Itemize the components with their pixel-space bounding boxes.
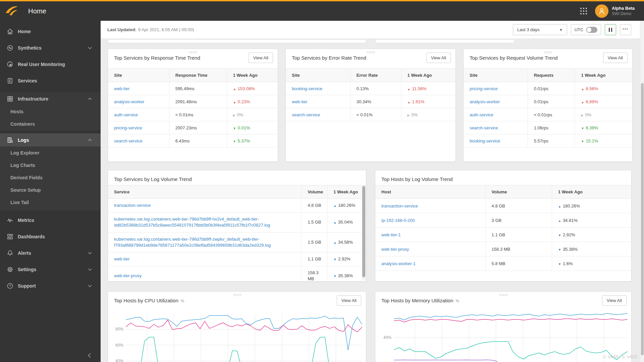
view-all-button[interactable]: View All	[426, 53, 451, 63]
sidebar-item-synthetics[interactable]: Synthetics	[0, 40, 101, 56]
service-link[interactable]: web-tier	[114, 86, 129, 91]
trend-cell: ▼2.92%	[327, 252, 366, 266]
service-link[interactable]: web-tier-proxy	[114, 273, 142, 278]
trend-cell: ▶0%	[575, 108, 632, 121]
chevron-up-icon	[88, 139, 92, 141]
service-link[interactable]: analysis-worker	[114, 99, 144, 104]
column-header: Response Time	[169, 69, 227, 82]
sidebar-item-logs[interactable]: Logs	[0, 133, 101, 146]
service-link[interactable]: web-tier-1	[381, 232, 401, 237]
up-arrow-icon: ▲	[233, 101, 236, 104]
sidebar-item-home[interactable]: Home	[0, 23, 101, 40]
data-table: ServiceVolume1 Week Agotransaction-servi…	[108, 185, 366, 282]
service-link[interactable]: kubernetes.var.log.containers.web-tier-7…	[114, 217, 270, 228]
service-link[interactable]: pricing-service	[470, 86, 498, 91]
support-icon: ?	[7, 282, 15, 290]
app-launcher-icon[interactable]	[580, 8, 587, 14]
drag-handle-icon[interactable]	[367, 51, 375, 53]
sidebar-item-real-user-monitoring[interactable]: Real User Monitoring	[0, 56, 101, 72]
view-all-button[interactable]: View All	[249, 53, 273, 63]
service-link[interactable]: web-tier	[292, 99, 307, 104]
metric-value: 0.01rps	[528, 95, 575, 108]
service-link[interactable]: web-tier-proxy	[381, 247, 409, 252]
name-cell: analysis-worker	[464, 95, 528, 108]
service-link[interactable]: search-service	[292, 112, 320, 117]
name-cell: auth-service	[464, 108, 528, 121]
metric-value: 1.06rps	[528, 121, 575, 134]
sidebar-item-infrastructure[interactable]: Infrastructure	[0, 92, 101, 105]
avatar[interactable]	[595, 4, 608, 18]
name-cell: transaction-service	[375, 199, 485, 213]
logs-icon	[7, 136, 15, 144]
service-link[interactable]: booking-service	[292, 86, 322, 91]
sidebar-item-support[interactable]: ? Support	[0, 278, 101, 294]
service-link[interactable]: auth-service	[470, 112, 493, 117]
service-link[interactable]: booking-service	[470, 138, 500, 143]
drag-handle-icon[interactable]	[499, 294, 507, 296]
flat-arrow-icon: ▶	[581, 114, 583, 117]
table-row: web-tier30.34%▲1.91%	[286, 95, 455, 108]
sidebar-item-log-explorer[interactable]: Log Explorer	[0, 146, 101, 159]
solarwinds-logo-icon[interactable]	[5, 5, 18, 17]
rum-icon	[7, 61, 15, 68]
sidebar-item-label: Real User Monitoring	[18, 62, 65, 67]
scrollbar-thumb[interactable]	[641, 83, 644, 355]
sidebar-item-log-charts[interactable]: Log Charts	[0, 159, 101, 171]
up-arrow-icon: ▲	[581, 101, 584, 104]
service-link[interactable]: kubernetes.var.log.containers.web-tier-7…	[114, 237, 271, 248]
trend-cell: ▲11.58%	[401, 82, 455, 95]
time-range-select[interactable]: Last 3 days ▼	[513, 24, 567, 35]
drag-handle-icon[interactable]	[189, 51, 197, 53]
service-link[interactable]: transaction-service	[114, 203, 151, 208]
service-link[interactable]: analysis-worker	[470, 99, 500, 104]
sidebar-item-alerts[interactable]: Alerts	[0, 245, 101, 261]
trend-percent: 5.37%	[238, 138, 250, 143]
trend-cell: ▼0.01%	[227, 121, 278, 134]
service-link[interactable]: search-service	[470, 125, 498, 130]
table-header-row: ServiceVolume1 Week Ago	[108, 185, 366, 199]
service-link[interactable]: pricing-service	[114, 125, 142, 130]
data-table: SiteResponse Time1 Week Agoweb-tier595.4…	[108, 68, 278, 147]
trend-cell: ▲6.89%	[575, 95, 632, 108]
metric-value: 5.8 MB	[485, 256, 552, 271]
drag-handle-icon[interactable]	[233, 294, 241, 296]
sidebar-collapse-button[interactable]	[86, 351, 93, 359]
view-all-button[interactable]: View All	[602, 295, 627, 306]
trend-cell: ▲8.56%	[575, 82, 632, 95]
view-all-button[interactable]: View All	[337, 295, 361, 306]
cards-row-log-volume: Top Services by Log Volume Trend Service…	[108, 170, 632, 282]
pause-button[interactable]	[605, 24, 616, 35]
more-options-button[interactable]: •••	[620, 24, 631, 35]
up-arrow-icon: ▲	[408, 101, 411, 104]
trend-percent: 0%	[237, 112, 244, 117]
sidebar-item-live-tail[interactable]: Live Tail	[0, 196, 101, 208]
sidebar-item-derived-fields[interactable]: Derived Fields	[0, 171, 101, 184]
drag-handle-icon[interactable]	[544, 51, 552, 53]
sidebar-item-services[interactable]: Services	[0, 72, 101, 89]
trend-cell: ▼6.39%	[575, 121, 632, 134]
down-arrow-icon: ▼	[581, 140, 584, 143]
table-row: search-service< 0.01%▶0%	[286, 108, 455, 121]
series-line-host-magenta	[126, 320, 362, 332]
utc-toggle[interactable]	[586, 27, 597, 33]
sidebar-item-dashboards[interactable]: Dashboards	[0, 228, 101, 245]
user-menu[interactable]: Alpha Beta SWI Demo	[612, 6, 635, 16]
sidebar-item-source-setup[interactable]: Source Setup	[0, 184, 101, 196]
name-cell: kubernetes.var.log.containers.web-tier-7…	[108, 213, 302, 232]
service-link[interactable]: auth-service	[114, 112, 138, 117]
sidebar-item-containers[interactable]: Containers	[0, 118, 101, 130]
service-link[interactable]: ip-192-168-0-200	[381, 218, 415, 223]
sidebar-item-hosts[interactable]: Hosts	[0, 105, 101, 118]
up-arrow-icon: ▲	[558, 219, 561, 223]
service-link[interactable]: web-tier	[114, 256, 129, 261]
service-link[interactable]: search-service	[114, 138, 143, 143]
page-scrollbar[interactable]	[640, 21, 644, 362]
sidebar-item-metrics[interactable]: Metrics	[0, 212, 101, 228]
table-scrollbar-thumb[interactable]	[362, 186, 365, 277]
view-all-button[interactable]: View All	[603, 53, 628, 63]
card-memory-utilization: Top Hosts by Memory Utilization% View Al…	[375, 291, 632, 362]
sidebar-item-settings[interactable]: Settings	[0, 261, 101, 278]
column-header: Volume	[485, 185, 552, 199]
service-link[interactable]: transaction-service	[381, 203, 418, 208]
service-link[interactable]: analysis-worker-1	[381, 261, 416, 266]
